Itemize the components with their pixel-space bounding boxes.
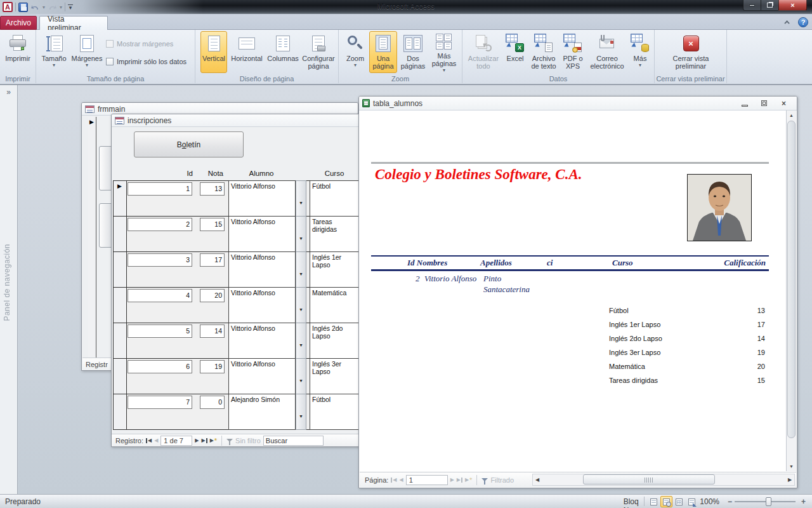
nota-field[interactable]: 19 [200,360,225,373]
alumno-field[interactable]: Vittorio Alfonso [228,216,296,252]
nota-field[interactable]: 17 [200,253,225,267]
tab-vista-preliminar[interactable]: Vista preliminar [39,16,108,30]
zoom-slider-thumb[interactable] [766,497,771,506]
filtered-button[interactable]: Filtrado [490,476,514,484]
record-selector[interactable] [114,323,127,358]
record-selector[interactable] [114,252,127,287]
zoom-slider-track[interactable] [735,501,796,502]
tamano-button[interactable]: Tamaño ▾ [39,31,69,73]
report-minimize-button[interactable] [740,99,749,107]
una-pagina-button[interactable]: Una página [369,31,397,73]
scroll-left-icon[interactable]: ◀ [533,477,542,483]
no-filter-button[interactable]: Sin filtro [235,437,261,444]
alumno-field[interactable]: Vittorio Alfonso [228,287,296,323]
previous-page-button[interactable]: ◀ [399,477,403,483]
actualizar-todo-button[interactable]: Actualizar todo [466,31,501,73]
record-selector[interactable] [114,217,127,251]
help-icon[interactable]: ? [798,17,808,27]
nota-field[interactable]: 0 [200,396,225,409]
close-button[interactable]: × [778,0,807,11]
scroll-up-icon[interactable]: ▲ [787,110,796,120]
alumno-field[interactable]: Vittorio Alfonso [228,180,296,217]
report-close-button[interactable]: × [780,99,788,107]
alumno-field[interactable]: Vittorio Alfonso [228,323,296,359]
id-field[interactable]: 2 [128,218,192,231]
page-number-box[interactable]: 1 [406,475,448,485]
form-window-inscripciones[interactable]: inscripciones Boletín Id Nota Alumno Cur… [111,114,360,447]
correo-electronico-button[interactable]: Correo electrónico [587,31,627,73]
horizontal-button[interactable]: Horizontal [228,31,265,73]
design-view-button[interactable] [686,496,698,507]
dos-paginas-button[interactable]: Dos páginas [398,31,428,73]
archivo-de-texto-button[interactable]: Archivo de texto [528,31,559,73]
vertical-button[interactable]: Vertical [200,31,227,73]
restore-button[interactable] [761,0,778,11]
record-selector[interactable] [114,359,127,394]
imprimir-solo-datos-checkbox[interactable]: Imprimir sólo los datos [106,58,187,65]
new-page-button[interactable]: ▶* [465,477,472,483]
scroll-right-icon[interactable]: ▶ [785,477,794,483]
first-record-button[interactable]: ◀ [146,438,152,443]
scroll-down-icon[interactable]: ▼ [787,462,796,471]
horizontal-scrollbar[interactable]: ◀ ▶ [532,474,795,486]
report-window-tabla-alumnos[interactable]: tabla_alumnos × Colegio y Boletines Soft… [358,96,797,488]
alumno-dropdown-button[interactable]: ▼ [296,180,306,217]
previous-record-button[interactable]: ◀ [154,438,158,443]
alumno-field[interactable]: Vittorio Alfonso [228,358,296,394]
last-page-button[interactable]: ▶ [457,477,462,483]
form-button-partial[interactable] [99,203,112,248]
mostrar-margenes-checkbox[interactable]: Mostrar márgenes [106,40,173,48]
id-field[interactable]: 7 [128,396,192,409]
collapse-ribbon-icon[interactable] [783,18,793,27]
navigation-pane-collapsed[interactable]: » Panel de navegación [0,85,18,495]
zoom-out-button[interactable]: − [725,497,735,506]
report-view-button[interactable] [648,496,660,507]
alumno-dropdown-button[interactable]: ▼ [296,358,306,394]
id-field[interactable]: 5 [128,324,192,338]
nota-field[interactable]: 15 [200,218,225,231]
nota-field[interactable]: 20 [200,289,225,302]
inscripciones-titlebar[interactable]: inscripciones [112,114,359,127]
curso-field[interactable]: Fútbol [310,394,360,430]
id-field[interactable]: 3 [128,253,192,267]
report-titlebar[interactable]: tabla_alumnos [359,97,797,110]
margenes-button[interactable]: Márgenes ▾ [70,31,103,73]
boletin-button[interactable]: Boletín [134,131,244,157]
scrollbar-thumb[interactable] [583,474,715,485]
excel-button[interactable]: X Excel [503,31,527,73]
vertical-scrollbar[interactable]: ▲ ▼ [786,110,796,471]
minimize-button[interactable] [743,0,761,11]
alumno-dropdown-button[interactable]: ▼ [296,216,306,252]
mas-paginas-button[interactable]: Más páginas ▾ [428,31,461,73]
expand-pane-icon[interactable]: » [0,88,17,99]
alumno-dropdown-button[interactable]: ▼ [296,287,306,323]
record-selector[interactable] [114,394,127,429]
report-restore-button[interactable] [760,99,768,107]
alumno-field[interactable]: Vittorio Alfonso [228,251,296,288]
nota-field[interactable]: 14 [200,324,225,338]
alumno-dropdown-button[interactable]: ▼ [296,394,306,430]
curso-field[interactable]: Inglés 1er Lapso [310,251,360,288]
new-record-button[interactable]: ▶* [210,438,217,443]
cerrar-vista-preliminar-button[interactable]: × Cerrar vista preliminar [662,31,719,73]
mas-datos-button[interactable]: Más ▾ [629,31,652,73]
first-page-button[interactable]: ◀ [391,477,396,483]
form-button-partial[interactable] [99,146,112,190]
next-page-button[interactable]: ▶ [450,477,454,483]
curso-field[interactable]: Fútbol [310,180,360,217]
nota-field[interactable]: 13 [200,182,225,196]
columnas-button[interactable]: Columnas [266,31,299,73]
print-preview-view-button[interactable] [660,496,672,507]
last-record-button[interactable]: ▶ [202,438,207,443]
curso-field[interactable]: Matemática [310,287,360,323]
layout-view-button[interactable] [673,496,685,507]
curso-field[interactable]: Tareas dirigidas [310,216,360,252]
curso-field[interactable]: Inglés 2do Lapso [310,323,360,359]
id-field[interactable]: 6 [128,360,192,373]
id-field[interactable]: 4 [128,289,192,302]
zoom-in-button[interactable]: + [799,497,808,506]
curso-field[interactable]: Inglés 3er Lapso [310,358,360,394]
id-field[interactable]: 1 [128,182,192,196]
tab-archivo[interactable]: Archivo [0,16,37,30]
imprimir-button[interactable]: Imprimir [2,31,34,73]
